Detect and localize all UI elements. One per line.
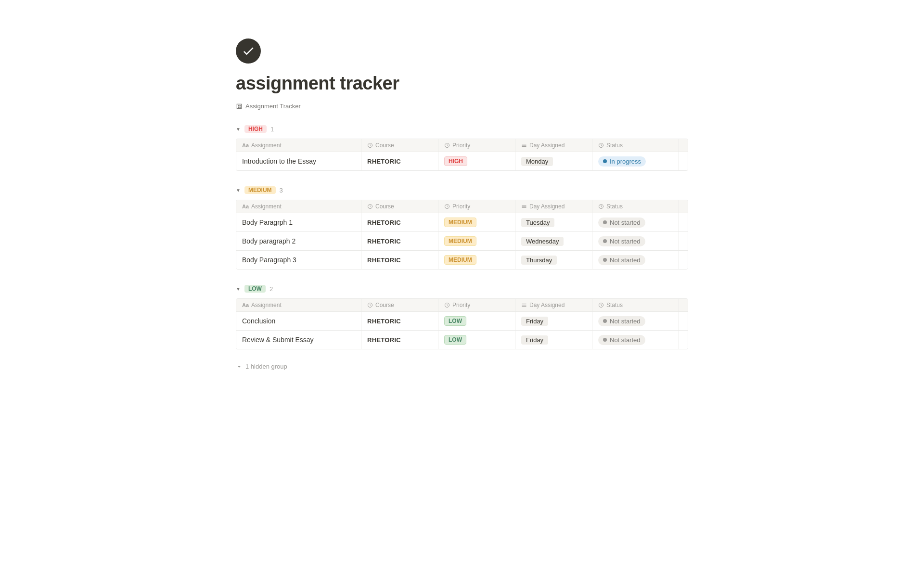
cell-priority: LOW bbox=[438, 312, 515, 330]
aa-icon: Aa bbox=[242, 204, 249, 209]
header-cell-2-2: Priority bbox=[438, 299, 515, 311]
chevron-down-icon bbox=[236, 363, 243, 370]
page-title: assignment tracker bbox=[236, 73, 688, 94]
header-cell-0-3: Day Assigned bbox=[515, 139, 592, 152]
col-label: Status bbox=[606, 203, 623, 210]
cell-course: RHETORIC bbox=[361, 213, 438, 231]
cell-assignment: Introduction to the Essay bbox=[236, 152, 361, 170]
checkmark-icon bbox=[242, 44, 255, 58]
table-row[interactable]: ConclusionRHETORICLOWFridayNot started bbox=[236, 312, 688, 331]
cell-day: Thursday bbox=[515, 251, 592, 269]
header-cell-0-5 bbox=[679, 139, 688, 152]
cell-day: Friday bbox=[515, 312, 592, 330]
priority-badge: HIGH bbox=[444, 156, 467, 166]
group-badge-low: LOW bbox=[244, 285, 266, 293]
col-label: Priority bbox=[452, 302, 470, 308]
table-row[interactable]: Introduction to the EssayRHETORICHIGHMon… bbox=[236, 152, 688, 170]
group-badge-high: HIGH bbox=[244, 125, 267, 133]
table-low: Aa Assignment Course Priority Day Assign… bbox=[236, 298, 688, 349]
header-cell-1-1: Course bbox=[361, 200, 438, 213]
view-label-text: Assignment Tracker bbox=[245, 103, 301, 110]
table-row[interactable]: Body Paragrph 1RHETORICMEDIUMTuesdayNot … bbox=[236, 213, 688, 232]
group-count-high: 1 bbox=[270, 126, 274, 133]
group-chevron-medium: ▼ bbox=[236, 188, 241, 193]
status-dot bbox=[603, 338, 607, 342]
header-cell-1-0: Aa Assignment bbox=[236, 200, 361, 213]
status-badge: Not started bbox=[598, 316, 645, 326]
groups-container: ▼ HIGH 1 Aa Assignment Course Priority D… bbox=[236, 123, 688, 349]
cell-status: In progress bbox=[592, 152, 679, 170]
cell-priority: MEDIUM bbox=[438, 251, 515, 269]
priority-badge: LOW bbox=[444, 335, 466, 345]
cell-assignment: Body Paragraph 3 bbox=[236, 251, 361, 269]
table-icon bbox=[236, 103, 243, 110]
col-label: Priority bbox=[452, 203, 470, 210]
col-label: Course bbox=[375, 142, 394, 149]
status-text: In progress bbox=[610, 158, 641, 165]
table-medium: Aa Assignment Course Priority Day Assign… bbox=[236, 200, 688, 269]
day-badge: Friday bbox=[521, 317, 548, 326]
cell-assignment: Review & Submit Essay bbox=[236, 331, 361, 349]
col-label: Assignment bbox=[251, 203, 282, 210]
day-badge: Tuesday bbox=[521, 218, 554, 227]
group-section-medium: ▼ MEDIUM 3 Aa Assignment Course Priority… bbox=[236, 184, 688, 269]
cell-priority: MEDIUM bbox=[438, 213, 515, 231]
cell-empty bbox=[679, 251, 688, 269]
group-section-low: ▼ LOW 2 Aa Assignment Course Priority Da… bbox=[236, 283, 688, 349]
cell-course: RHETORIC bbox=[361, 312, 438, 330]
cell-status: Not started bbox=[592, 312, 679, 330]
priority-badge: MEDIUM bbox=[444, 218, 476, 227]
aa-icon: Aa bbox=[242, 302, 249, 308]
cell-empty bbox=[679, 213, 688, 231]
select-icon bbox=[367, 204, 373, 209]
cell-priority: LOW bbox=[438, 331, 515, 349]
group-header-high[interactable]: ▼ HIGH 1 bbox=[236, 123, 688, 135]
day-badge: Thursday bbox=[521, 256, 557, 265]
cell-empty bbox=[679, 312, 688, 330]
cell-course: RHETORIC bbox=[361, 232, 438, 250]
header-cell-2-1: Course bbox=[361, 299, 438, 311]
group-header-low[interactable]: ▼ LOW 2 bbox=[236, 283, 688, 295]
group-badge-medium: MEDIUM bbox=[244, 186, 276, 194]
cell-status: Not started bbox=[592, 251, 679, 269]
list-icon bbox=[521, 302, 527, 308]
cell-day: Tuesday bbox=[515, 213, 592, 231]
header-cell-0-4: Status bbox=[592, 139, 679, 152]
table-row[interactable]: Review & Submit EssayRHETORICLOWFridayNo… bbox=[236, 331, 688, 349]
day-badge: Friday bbox=[521, 335, 548, 345]
cell-day: Wednesday bbox=[515, 232, 592, 250]
status-text: Not started bbox=[610, 219, 641, 226]
aa-icon: Aa bbox=[242, 142, 249, 148]
list-icon bbox=[521, 204, 527, 209]
table-row[interactable]: Body Paragraph 3RHETORICMEDIUMThursdayNo… bbox=[236, 251, 688, 269]
day-badge: Monday bbox=[521, 157, 553, 166]
status-badge: In progress bbox=[598, 156, 646, 167]
hidden-group[interactable]: 1 hidden group bbox=[236, 363, 688, 370]
status-icon-hdr bbox=[598, 142, 604, 148]
select-icon bbox=[367, 142, 373, 148]
header-cell-1-4: Status bbox=[592, 200, 679, 213]
priority-badge: MEDIUM bbox=[444, 255, 476, 265]
header-cell-1-3: Day Assigned bbox=[515, 200, 592, 213]
group-header-medium[interactable]: ▼ MEDIUM 3 bbox=[236, 184, 688, 196]
col-label: Course bbox=[375, 302, 394, 308]
header-cell-2-5 bbox=[679, 299, 688, 311]
table-row[interactable]: Body paragraph 2RHETORICMEDIUMWednesdayN… bbox=[236, 232, 688, 251]
priority-badge: LOW bbox=[444, 316, 466, 326]
cell-day: Friday bbox=[515, 331, 592, 349]
col-label: Course bbox=[375, 203, 394, 210]
header-cell-2-4: Status bbox=[592, 299, 679, 311]
status-badge: Not started bbox=[598, 218, 645, 228]
status-icon-hdr bbox=[598, 204, 604, 209]
col-label: Day Assigned bbox=[529, 142, 565, 149]
day-badge: Wednesday bbox=[521, 237, 564, 246]
status-badge: Not started bbox=[598, 335, 645, 345]
select-icon bbox=[444, 302, 450, 308]
cell-assignment: Conclusion bbox=[236, 312, 361, 330]
col-label: Status bbox=[606, 142, 623, 149]
col-label: Status bbox=[606, 302, 623, 308]
view-label[interactable]: Assignment Tracker bbox=[236, 103, 688, 110]
select-icon bbox=[444, 142, 450, 148]
select-icon bbox=[367, 302, 373, 308]
cell-day: Monday bbox=[515, 152, 592, 170]
